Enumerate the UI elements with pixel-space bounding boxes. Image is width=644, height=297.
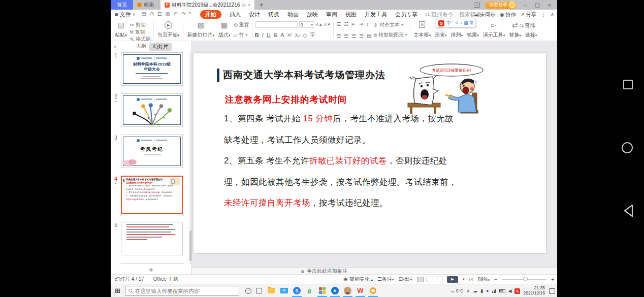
tab-outline[interactable]: 大纲 [136,43,146,51]
colorful-app-icon[interactable] [316,284,329,297]
sidebar-scrollbar[interactable] [189,52,191,264]
ribbon-tab-animation[interactable]: 动画 [287,11,299,18]
ribbon-tab-member[interactable]: 会员专享 [395,11,417,18]
new-slide-button[interactable]: ▧ 新建幻灯片▾ [185,20,216,40]
decrease-indent-icon[interactable]: ⇤ [351,21,356,27]
paste-button[interactable]: ▤ 粘贴▾ [113,20,129,40]
file-menu[interactable]: ≡ 文件 ∨ [115,11,135,18]
sync-status[interactable]: ☁ 未同步 [473,11,495,18]
to-smartart-button[interactable]: ⧈转智能图形▾ [374,31,407,39]
justify-icon[interactable]: ☰ [359,33,364,39]
print-preview-icon[interactable]: ⊡ [157,11,162,17]
slide-body-text[interactable]: 1、第四条 考试开始 15 分钟后，考生不准进入考场，按无故缺考处理，考试工作人… [224,113,529,219]
wps-office-icon[interactable]: W [354,284,367,297]
notes-button[interactable]: ☰备注▾ [377,276,394,283]
tab-pin-icon[interactable]: ◎ [242,3,246,8]
copy-button[interactable]: ⧉复制 [130,28,151,36]
slideshow-play-button[interactable]: ▶ [447,276,458,283]
align-center-icon[interactable]: ☰ [344,33,348,39]
bullet-list-icon[interactable]: ☰ [336,21,341,27]
tab-docer[interactable]: 稻壳 [133,0,158,10]
internet-explorer-icon[interactable]: e [303,284,316,297]
sogou-tray-icon[interactable]: S [514,288,520,294]
ribbon-tab-devtools[interactable]: 开发工具 [365,11,387,18]
fit-slide-button[interactable]: ⊡ [469,277,473,282]
align-right-icon[interactable]: ☰ [351,33,356,39]
volume-icon[interactable]: ◀ [508,288,512,293]
zoom-slider[interactable] [502,279,546,280]
sorter-view-button[interactable] [427,277,433,282]
start-button[interactable]: ⊞ [115,287,120,294]
underline-button[interactable]: U [267,32,271,38]
strikethrough-button[interactable]: S [274,32,277,38]
char-more-button[interactable]: 字 [310,31,315,39]
line-spacing-icon[interactable]: ↕ [366,21,369,27]
qq-avatar-icon[interactable] [341,284,354,297]
file-explorer-icon[interactable] [265,284,278,297]
current-slide[interactable]: 西南交通大学本科考试考场管理办法 注意教务网上安排的考试时间 1、第四条 考试开… [194,53,546,253]
sogou-browser-icon[interactable]: S [291,284,303,297]
android-home-button[interactable] [622,142,633,153]
tab-home[interactable]: 首页 [111,0,133,10]
reading-view-button[interactable] [436,277,442,282]
ribbon-tab-transition[interactable]: 切换 [268,11,279,18]
slide-title[interactable]: 西南交通大学本科考试考场管理办法 [223,69,385,82]
orange-app-icon[interactable] [367,284,379,297]
hidden-icons-chevron[interactable]: ∧ [467,288,470,293]
columns-icon[interactable]: ▤ [367,33,371,39]
smart-beautify-button[interactable]: ◉ 智能美化 ▴ [343,276,373,283]
exam-cartoon-image[interactable]: 考试违纪违规要被处分! [401,63,486,115]
cut-button[interactable]: ✂剪切 [130,21,151,28]
slide-thumbnail-2[interactable]: 2✦ [111,93,188,127]
increase-font-icon[interactable]: A▲ [316,22,323,27]
font-name-combobox[interactable] [255,21,298,28]
sogou-input-toolbar[interactable]: S 中 ’ ☺ ♪ ▦ ⊞ [436,19,476,27]
superscript-button[interactable]: X² [287,32,292,38]
numbered-list-icon[interactable]: ☷ [344,21,348,27]
ribbon-tab-start[interactable]: 开始 [200,10,221,19]
zoom-in-button[interactable]: + [551,277,554,282]
cortana-button[interactable] [245,288,251,294]
collab-button[interactable]: ◉ 协作 [500,11,516,18]
play-options-caret[interactable]: ▾ [463,277,465,281]
minimize-button[interactable]: – [522,2,529,8]
guest-login-button[interactable]: 访客登录 [485,2,517,9]
italic-button[interactable]: I [262,32,264,38]
maximize-button[interactable]: ▢ [534,2,541,8]
collapse-ribbon-icon[interactable]: ∧ [551,12,554,17]
ribbon-tab-insert[interactable]: 插入 [230,11,241,18]
slide-subtitle[interactable]: 注意教务网上安排的考试时间 [225,93,347,106]
slide-thumbnail-5[interactable]: 5 [111,222,188,255]
section-button[interactable]: ▱节▾ [233,31,249,39]
highlight-button[interactable]: ◇ [303,32,307,39]
align-text-button[interactable]: ⇕对齐文本▾ [374,21,407,28]
zoom-slider-knob[interactable] [523,277,528,281]
present-tools-button[interactable]: ▻ 演示工具▾ [481,20,507,40]
undo-icon[interactable]: ↶ [174,11,178,17]
normal-view-button[interactable] [417,277,424,282]
ribbon-tab-design[interactable]: 设计 [249,11,260,18]
window-mode-icon[interactable]: 1 [474,3,480,8]
share-button[interactable]: ↗ 分享 [521,11,536,18]
font-color-button[interactable]: A [280,32,284,38]
align-left-icon[interactable]: ☰ [336,33,341,39]
output-icon[interactable]: ▥ [165,11,170,17]
play-from-current-button[interactable]: ▶ 当页开始▾ [155,20,182,40]
taskbar-clock[interactable]: 21:352021/12/16 [523,286,545,296]
tab-slides[interactable]: 幻灯片 [149,43,172,51]
reset-button[interactable]: ⟲重置 [233,21,249,28]
slide-thumbnail-3[interactable]: 3 考风考纪 [111,135,188,168]
theme-name[interactable]: Office 主题 [153,276,178,283]
decrease-font-icon[interactable]: A▼ [324,22,331,27]
layout-button[interactable]: ▦ 版式▾ [216,20,233,40]
network-signal-icon[interactable] [492,289,496,293]
save-icon[interactable]: ▤ [141,11,146,17]
add-slide-button[interactable]: + [111,264,191,274]
toolbar-caret-icon[interactable]: ▾ [189,11,191,17]
onedrive-icon[interactable]: ☁ [473,288,477,293]
phone-link-icon[interactable]: ▮ [480,288,483,293]
find-button[interactable]: 查找 [520,22,535,29]
zoom-level[interactable]: 89%▾ [478,277,490,282]
action-center-button[interactable] [549,288,555,294]
tab-document[interactable]: P 材料学院2019级...会20211216 ◎ × [160,0,254,10]
